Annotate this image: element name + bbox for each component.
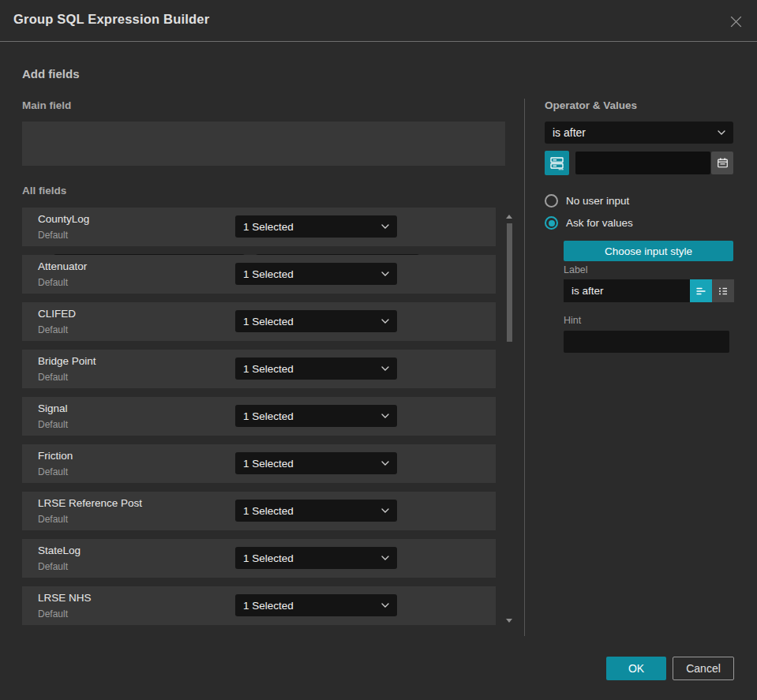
field-selection-select[interactable]: 1 Selected bbox=[235, 215, 397, 238]
no-user-input-label: No user input bbox=[566, 195, 629, 207]
choose-input-style-button[interactable]: Choose input style bbox=[564, 241, 733, 261]
chevron-down-icon bbox=[381, 603, 389, 608]
panel-divider bbox=[524, 99, 525, 636]
chevron-down-icon bbox=[381, 224, 389, 229]
field-name: Signal bbox=[38, 402, 68, 414]
label-input[interactable] bbox=[564, 279, 690, 302]
field-name: CountyLog bbox=[38, 213, 89, 225]
no-user-input-radio[interactable]: No user input bbox=[545, 194, 629, 208]
chevron-down-icon bbox=[381, 271, 389, 276]
chevron-down-icon bbox=[718, 130, 725, 135]
field-selection-value: 1 Selected bbox=[243, 458, 294, 470]
calendar-icon bbox=[717, 157, 729, 169]
ask-for-values-radio[interactable]: Ask for values bbox=[545, 216, 633, 230]
field-name: LRSE NHS bbox=[38, 592, 92, 604]
text-input-style-icon bbox=[695, 285, 707, 298]
field-subtitle: Default bbox=[38, 561, 68, 572]
close-button[interactable] bbox=[726, 12, 745, 31]
field-selection-value: 1 Selected bbox=[243, 505, 294, 517]
field-selection-select[interactable]: 1 Selected bbox=[235, 452, 397, 474]
main-field-label: Main field bbox=[22, 99, 71, 111]
field-selection-select[interactable]: 1 Selected bbox=[235, 500, 397, 522]
dialog-title: Group SQL Expression Builder bbox=[13, 12, 209, 27]
scrollbar-up-icon[interactable] bbox=[506, 215, 512, 219]
text-input-style-button[interactable] bbox=[690, 279, 712, 302]
hint-input[interactable] bbox=[564, 331, 729, 353]
field-selection-select[interactable]: 1 Selected bbox=[235, 547, 397, 569]
field-subtitle: Default bbox=[38, 277, 68, 288]
operator-select-value: is after bbox=[553, 126, 586, 139]
field-name: StateLog bbox=[38, 545, 81, 556]
field-selection-select[interactable]: 1 Selected bbox=[235, 405, 397, 427]
field-selection-value: 1 Selected bbox=[243, 221, 294, 233]
field-name: LRSE Reference Post bbox=[38, 497, 142, 509]
field-row-statelog: StateLog Default 1 Selected bbox=[22, 539, 496, 578]
chevron-down-icon bbox=[381, 414, 389, 418]
chevron-down-icon bbox=[381, 461, 389, 466]
field-subtitle: Default bbox=[38, 514, 68, 525]
field-row-signal: Signal Default 1 Selected bbox=[22, 397, 496, 436]
field-selection-select[interactable]: 1 Selected bbox=[235, 594, 397, 616]
all-fields-label: All fields bbox=[22, 185, 66, 197]
field-subtitle: Default bbox=[38, 372, 68, 383]
operator-value-input[interactable] bbox=[575, 152, 710, 174]
field-selection-value: 1 Selected bbox=[243, 363, 294, 375]
field-row-clifed: CLIFED Default 1 Selected bbox=[22, 302, 496, 341]
field-subtitle: Default bbox=[38, 419, 68, 430]
date-picker-button[interactable] bbox=[711, 152, 733, 174]
hint-field-label: Hint bbox=[564, 315, 581, 326]
field-row-friction: Friction Default 1 Selected bbox=[22, 444, 496, 483]
field-selection-value: 1 Selected bbox=[243, 268, 294, 280]
field-row-attenuator: Attenuator Default 1 Selected bbox=[22, 255, 496, 294]
field-row-lrse-reference-post: LRSE Reference Post Default 1 Selected bbox=[22, 492, 496, 530]
operator-values-heading: Operator & Values bbox=[545, 99, 637, 111]
chevron-down-icon bbox=[381, 508, 389, 513]
field-selection-value: 1 Selected bbox=[243, 316, 294, 328]
dialog-titlebar: Group SQL Expression Builder bbox=[0, 0, 757, 42]
field-row-lrse-nhs: LRSE NHS Default 1 Selected bbox=[22, 586, 496, 625]
radio-selected-icon bbox=[545, 216, 558, 230]
field-name: CLIFED bbox=[38, 308, 76, 320]
field-row-countylog: CountyLog Default 1 Selected bbox=[22, 208, 496, 246]
field-selection-value: 1 Selected bbox=[243, 600, 294, 612]
field-selection-value: 1 Selected bbox=[243, 410, 294, 422]
field-selection-select[interactable]: 1 Selected bbox=[235, 357, 397, 380]
chevron-down-icon bbox=[381, 366, 389, 371]
ask-for-values-label: Ask for values bbox=[566, 217, 633, 229]
field-subtitle: Default bbox=[38, 608, 68, 620]
all-fields-list: CountyLog Default 1 Selected Attenuator … bbox=[22, 208, 496, 634]
field-subtitle: Default bbox=[38, 466, 68, 477]
field-selection-select[interactable]: 1 Selected bbox=[235, 310, 397, 332]
chevron-down-icon bbox=[381, 319, 389, 324]
close-icon bbox=[729, 14, 744, 29]
field-name: Friction bbox=[38, 450, 73, 462]
field-subtitle: Default bbox=[38, 230, 68, 241]
field-subtitle: Default bbox=[38, 324, 68, 335]
list-input-style-icon bbox=[717, 285, 729, 298]
field-name: Bridge Point bbox=[38, 355, 96, 367]
cancel-button[interactable]: Cancel bbox=[673, 657, 734, 680]
field-selection-select[interactable]: 1 Selected bbox=[235, 263, 397, 285]
ok-button[interactable]: OK bbox=[606, 657, 666, 680]
field-selection-value: 1 Selected bbox=[243, 552, 294, 564]
stacked-values-icon bbox=[549, 155, 564, 170]
chevron-down-icon bbox=[381, 556, 389, 560]
field-name: Attenuator bbox=[38, 260, 87, 272]
set-from-values-button[interactable] bbox=[545, 151, 569, 175]
field-row-bridge-point: Bridge Point Default 1 Selected bbox=[22, 350, 496, 388]
list-input-style-button[interactable] bbox=[712, 279, 734, 302]
add-fields-heading: Add fields bbox=[22, 67, 80, 80]
main-field-panel: CountyLog | Default To Date bbox=[22, 122, 505, 166]
group-sql-expression-builder-dialog: Group SQL Expression Builder Add fields … bbox=[0, 0, 757, 700]
label-field-label: Label bbox=[564, 264, 588, 275]
operator-select[interactable]: is after bbox=[545, 122, 733, 144]
radio-icon bbox=[545, 194, 558, 208]
scrollbar-down-icon[interactable] bbox=[506, 619, 512, 623]
list-scrollbar-thumb[interactable] bbox=[507, 223, 512, 342]
